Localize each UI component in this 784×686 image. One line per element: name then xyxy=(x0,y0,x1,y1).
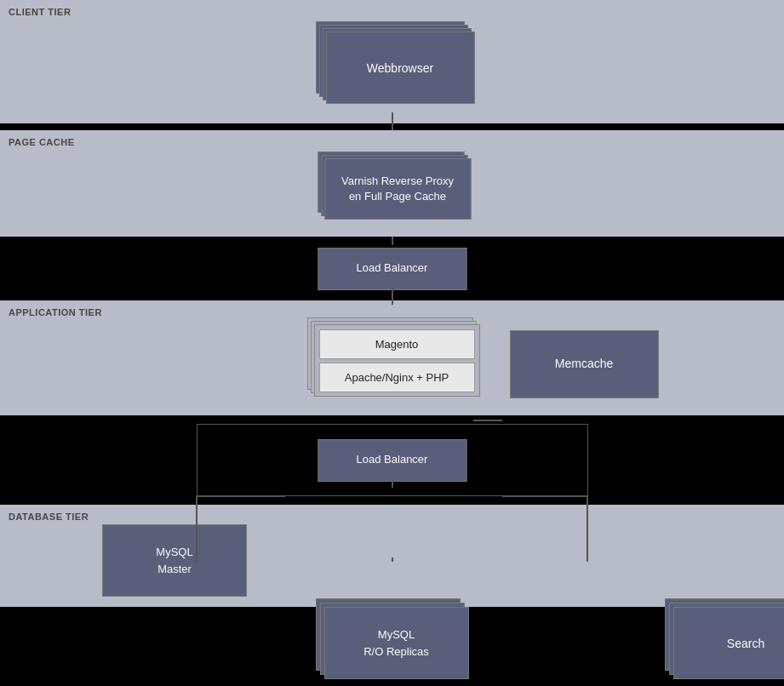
page-cache-label: PAGE CACHE xyxy=(9,137,75,147)
application-tier-label: APPLICATION TIER xyxy=(9,307,102,317)
client-tier-label: CLIENT TIER xyxy=(9,7,71,17)
application-tier: APPLICATION TIER Magento Apache/Nginx + … xyxy=(0,300,784,415)
magento-box: Magento xyxy=(319,329,475,359)
webbrowser-stack: Webbrowser xyxy=(316,21,469,102)
webbrowser-box: Webbrowser xyxy=(326,31,475,104)
separator-1 xyxy=(0,123,784,130)
search-box: Search xyxy=(673,607,784,679)
apache-box: Apache/Nginx + PHP xyxy=(319,363,475,392)
database-tier-label: DATABASE TIER xyxy=(9,512,89,522)
memcache-box: Memcache xyxy=(510,330,659,398)
db-lb-strip: Load Balancer xyxy=(0,415,784,505)
page-cache-tier: PAGE CACHE Varnish Reverse Proxy en Full… xyxy=(0,130,784,237)
db-lb-container: Load Balancer xyxy=(197,424,588,496)
database-tier: DATABASE TIER MySQL Master MySQL R/O Rep… xyxy=(0,505,784,607)
lb-strip-1: Load Balancer xyxy=(0,237,784,300)
magento-inner: Magento Apache/Nginx + PHP xyxy=(314,324,480,397)
client-tier: CLIENT TIER Webbrowser xyxy=(0,0,784,123)
load-balancer-2: Load Balancer xyxy=(318,439,466,482)
varnish-box: Varnish Reverse Proxy en Full Page Cache xyxy=(324,158,471,220)
mysql-master-box: MySQL Master xyxy=(102,524,247,597)
replicas-box: MySQL R/O Replicas xyxy=(324,607,469,679)
load-balancer-1: Load Balancer xyxy=(318,248,466,290)
varnish-stack: Varnish Reverse Proxy en Full Page Cache xyxy=(318,151,466,220)
